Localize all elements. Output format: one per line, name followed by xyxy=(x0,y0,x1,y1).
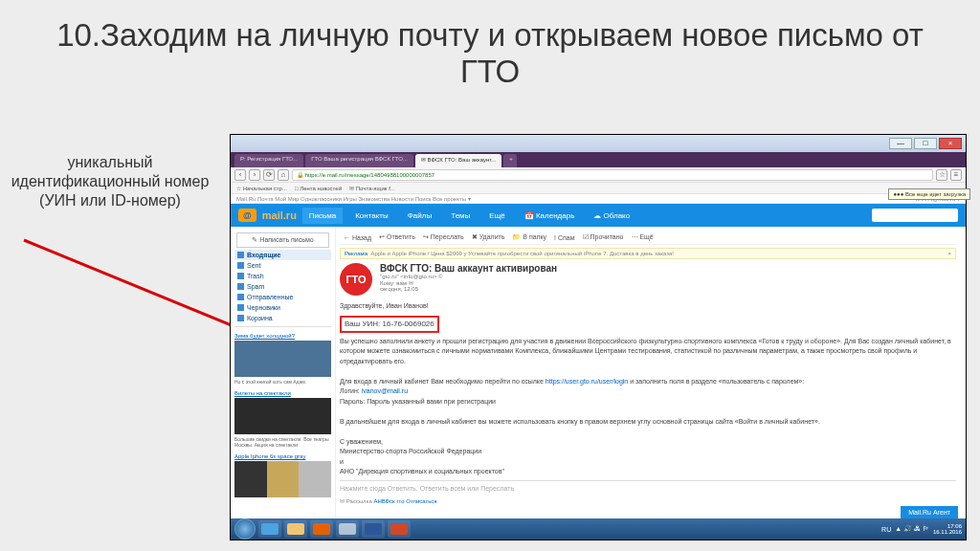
folder-spam[interactable]: Spam xyxy=(234,281,331,292)
uin-caption: уникальный идентификационный номер(УИН и… xyxy=(10,153,211,210)
unsubscribe-line: ✉ Рассылка АНВФск гто Отписаться xyxy=(340,497,956,506)
ad-block[interactable]: Apple Iphone 6s space gray xyxy=(234,453,331,497)
read-button[interactable]: ☑ Прочитано xyxy=(583,233,624,241)
bookmark-link[interactable]: □ Лента новостей xyxy=(295,186,342,191)
move-button[interactable]: 📁 В папку xyxy=(512,233,546,241)
back-button[interactable]: ‹ xyxy=(234,169,246,181)
promo-text: Apple и Apple iPhone / Цена $2000 у Успе… xyxy=(370,251,674,256)
folder-sent[interactable]: Sent xyxy=(234,260,331,271)
signature: АНО "Дирекция спортивных и социальных пр… xyxy=(340,467,956,477)
mailru-logo-text: mail.ru xyxy=(262,209,297,221)
taskbar-pin[interactable] xyxy=(310,520,333,538)
forward-button[interactable]: ↪ Переслать xyxy=(423,233,464,241)
reply-button[interactable]: ↩ Ответить xyxy=(379,233,415,241)
forward-button[interactable]: › xyxy=(249,169,260,181)
taskbar-pin[interactable] xyxy=(284,520,307,538)
nav-calendar[interactable]: 📅 Календарь xyxy=(518,208,582,224)
ad-title: Apple Iphone 6s space gray xyxy=(234,453,331,459)
system-tray[interactable]: RU ▲ 🔊 🖧 🏳 17:0616.11.2016 xyxy=(881,523,962,535)
minimize-button[interactable]: — xyxy=(889,138,912,149)
folder-drafts[interactable]: Черновики xyxy=(234,302,331,313)
bookmark-link[interactable]: ☆ Начальная стр... xyxy=(236,185,287,191)
folder-label: Черновики xyxy=(247,304,280,311)
compose-button[interactable]: ✎ Написать письмо xyxy=(236,232,329,248)
ad-title: Билеты на спектакли xyxy=(234,390,331,396)
close-button[interactable]: × xyxy=(939,138,962,149)
ad-text: Но с этой книгой хоть сам Адам. xyxy=(234,379,331,385)
home-button[interactable]: ⌂ xyxy=(278,169,289,181)
new-tab-button[interactable]: + xyxy=(503,154,517,167)
nav-themes[interactable]: Темы xyxy=(444,208,477,224)
ad-text: Большие скидки на спектакли. Все театры … xyxy=(234,436,331,448)
start-button[interactable] xyxy=(234,518,256,540)
folder-icon xyxy=(237,283,244,290)
url-input[interactable]: 🔒 https://e.mail.ru/message/148049881000… xyxy=(292,169,933,181)
signature: Министерство спорта Российской Федерации xyxy=(340,447,956,457)
taskbar-pin[interactable] xyxy=(336,520,359,538)
screenshot-window: — □ × Р: Регистрация ГТО... ГТО Ваша рег… xyxy=(230,134,967,540)
taskbar-pin[interactable] xyxy=(362,520,385,538)
mailru-logo-icon[interactable]: @ xyxy=(238,209,256,222)
mail-header: ●●● Все еще идет загрузка @ mail.ru Пись… xyxy=(231,204,966,227)
folder-inbox[interactable]: Входящие xyxy=(234,250,331,260)
folder-bin[interactable]: Корзина xyxy=(234,313,331,323)
back-button[interactable]: ← Назад xyxy=(344,233,371,241)
browser-tab[interactable]: Р: Регистрация ГТО... xyxy=(234,154,303,167)
portal-links[interactable]: Mail.Ru Почта Мой Мир Одноклассники Игры… xyxy=(236,195,471,202)
folder-label: Корзина xyxy=(247,315,273,321)
spam-button[interactable]: ! Спам xyxy=(554,233,574,241)
ad-title: Зима будет холодной? xyxy=(234,333,331,339)
promo-banner[interactable]: Реклама Apple и Apple iPhone / Цена $200… xyxy=(340,248,956,259)
folder-label: Входящие xyxy=(247,252,281,258)
mailru-agent-button[interactable]: Mail.Ru Агент xyxy=(901,506,958,518)
folder-icon xyxy=(237,262,244,269)
ad-block[interactable]: Зима будет холодной? Но с этой книгой хо… xyxy=(234,333,331,385)
reload-button[interactable]: ⟳ xyxy=(263,169,275,181)
body-para: Для входа в личный кабинет Вам необходим… xyxy=(340,377,956,387)
url-text: https://e.mail.ru/message/14804988100000… xyxy=(305,172,434,178)
message-pane: ← Назад ↩ Ответить ↪ Переслать ✖ Удалить… xyxy=(336,227,966,523)
reply-hint[interactable]: Нажмите сюда Ответить. Ответить всем или… xyxy=(340,484,956,495)
folder-trash[interactable]: Trash xyxy=(234,271,331,281)
message-subject: ВФСК ГТО: Ваш аккаунт активирован xyxy=(380,263,557,274)
browser-tab[interactable]: ГТО Ваша регистрация ВФСК ГТО... xyxy=(305,154,413,167)
folder-label: Sent xyxy=(247,262,260,269)
taskbar-pin[interactable] xyxy=(258,520,281,538)
browser-tab[interactable]: ✉ ВФСК ГТО: Ваш аккаунт... xyxy=(415,154,501,167)
delete-button[interactable]: ✖ Удалить xyxy=(472,233,505,241)
login-email[interactable]: ivanov@mail.ru xyxy=(362,387,408,394)
bookmark-bar: ☆ Начальная стр... □ Лента новостей ✉ По… xyxy=(231,183,966,194)
more-button[interactable]: ⋯ Ещё xyxy=(632,233,654,241)
browser-tabs: Р: Регистрация ГТО... ГТО Ваша регистрац… xyxy=(231,152,966,167)
mailru-portal-bar: Mail.Ru Почта Мой Мир Одноклассники Игры… xyxy=(231,194,966,204)
signature: С уважением, xyxy=(340,437,956,448)
tray-lang[interactable]: RU xyxy=(881,526,891,533)
menu-button[interactable]: ≡ xyxy=(950,169,962,181)
login-link[interactable]: https://user.gto.ru/user/login xyxy=(546,378,628,385)
signature: и xyxy=(340,457,956,468)
message-time: сегодня, 12:05 xyxy=(380,286,557,292)
nav-letters[interactable]: Письма xyxy=(302,208,343,224)
taskbar-pin[interactable] xyxy=(388,520,411,538)
bookmark-link[interactable]: ✉ Почта-ящик f... xyxy=(349,185,395,191)
maximize-button[interactable]: □ xyxy=(914,138,937,149)
message-toolbar: ← Назад ↩ Ответить ↪ Переслать ✖ Удалить… xyxy=(340,231,956,245)
nav-contacts[interactable]: Контакты xyxy=(348,208,395,224)
tray-clock[interactable]: 17:0616.11.2016 xyxy=(933,523,962,535)
message-body: Здравствуйте, Иван Иванов! Ваш УИН: 16-7… xyxy=(340,301,956,506)
nav-files[interactable]: Файлы xyxy=(401,208,438,224)
nav-more[interactable]: Ещё xyxy=(482,208,511,224)
promo-close-icon[interactable]: × xyxy=(947,251,951,256)
sender-link[interactable]: АНВФск гто xyxy=(373,498,404,504)
password-line: Пароль: Пароль указанный вами при регист… xyxy=(340,397,956,408)
ad-block[interactable]: Билеты на спектакли Большие скидки на сп… xyxy=(234,390,331,448)
search-input[interactable] xyxy=(872,209,958,222)
loading-tooltip: ●●● Все еще идет загрузка xyxy=(888,188,970,200)
folder-outbox[interactable]: Отправленные xyxy=(234,292,331,302)
bookmark-button[interactable]: ☆ xyxy=(936,169,947,181)
message-header: ГТО ВФСК ГТО: Ваш аккаунт активирован "g… xyxy=(340,263,956,296)
sender-avatar: ГТО xyxy=(340,263,372,296)
folder-icon xyxy=(237,273,244,279)
unsubscribe-link[interactable]: Отписаться xyxy=(406,498,436,504)
nav-cloud[interactable]: ☁ Облако xyxy=(587,208,636,224)
